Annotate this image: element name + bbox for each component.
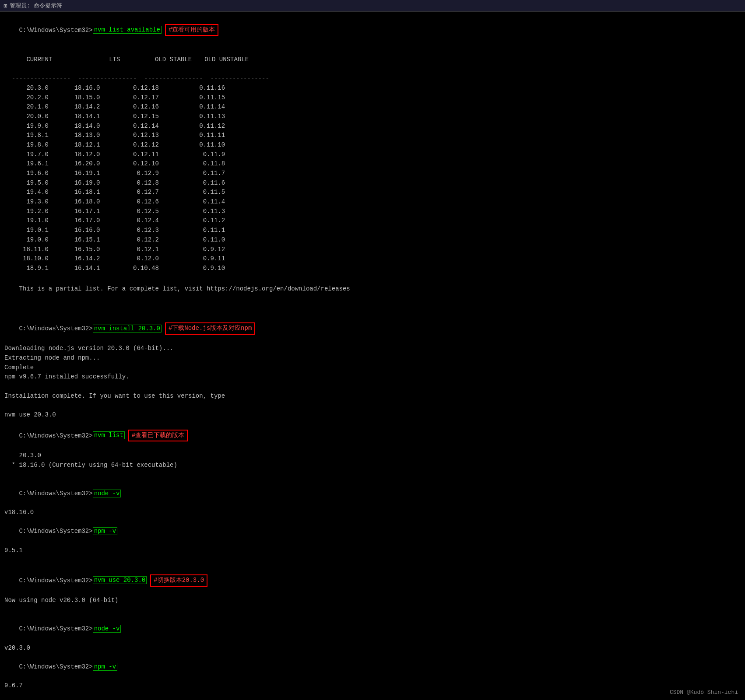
table-row: 20.0.0 18.14.1 0.12.15 0.11.13: [4, 112, 741, 122]
annotation-2: #下载Node.js版本及对应npm: [165, 322, 255, 335]
cmd-6: nvm use 20.3.0: [93, 576, 147, 584]
title-label: 管理员: 命令提示符: [10, 2, 62, 10]
col-header-old-stable: OLD STABLE: [133, 55, 190, 65]
terminal-body: C:\Windows\System32>nvm list available#查…: [0, 12, 745, 700]
table-divider: ---------------- ---------------- ------…: [4, 74, 741, 84]
annotation-3: #查看已下载的版本: [128, 430, 188, 442]
blank-4: [4, 470, 741, 480]
npm-version-2: 9.6.7: [4, 681, 741, 691]
blank-1: [4, 304, 741, 313]
cmd-line-1: C:\Windows\System32>nvm list available#查…: [4, 14, 741, 46]
blank-3: [4, 401, 741, 411]
table-row: 19.0.0 16.15.1 0.12.2 0.11.0: [4, 235, 741, 245]
cmd-line-2: C:\Windows\System32>nvm install 20.3.0#下…: [4, 313, 741, 344]
table-row: 19.4.0 16.18.1 0.12.7 0.11.5: [4, 188, 741, 197]
cmd-3: nvm list: [93, 431, 125, 439]
blank-2: [4, 382, 741, 392]
partial-list-note: This is a partial list. For a complete l…: [4, 275, 741, 304]
nvmlist-item-2: * 18.16.0 (Currently using 64-bit execut…: [4, 461, 741, 470]
cmd-line-3: C:\Windows\System32>nvm list#查看已下载的版本: [4, 420, 741, 451]
node-version-1: v18.16.0: [4, 508, 741, 518]
table-row: 19.3.0 16.18.0 0.12.6 0.11.4: [4, 197, 741, 207]
install-out-2: Extracting node and npm...: [4, 354, 741, 363]
cmd-2: nvm install 20.3.0: [93, 325, 162, 332]
node-version-2: v20.3.0: [4, 644, 741, 653]
blank-6: [4, 606, 741, 615]
install-out-4: npm v9.6.7 installed successfully.: [4, 372, 741, 382]
table-row: 19.5.0 16.19.0 0.12.8 0.11.6: [4, 178, 741, 188]
cmd-line-5: C:\Windows\System32>npm -v: [4, 518, 741, 546]
cmd-8: npm -v: [93, 663, 117, 671]
cmd-4: node -v: [93, 490, 121, 497]
npm-version-1: 9.5.1: [4, 546, 741, 556]
install-out-3: Complete: [4, 363, 741, 373]
col-header-current: CURRENT: [19, 55, 76, 65]
install-note-2: nvm use 20.3.0: [4, 410, 741, 420]
title-bar: ⊞ 管理员: 命令提示符: [0, 0, 745, 12]
blank-7: [4, 691, 741, 700]
install-note-1: Installation complete. If you want to us…: [4, 392, 741, 401]
cmd-line-6: C:\Windows\System32>nvm use 20.3.0#切换版本2…: [4, 565, 741, 596]
table-row: 20.3.0 18.16.0 0.12.18 0.11.16: [4, 84, 741, 93]
cmd-7: node -v: [93, 625, 121, 633]
table-row: 19.1.0 16.17.0 0.12.4 0.11.2: [4, 216, 741, 226]
nvmlist-item-1: 20.3.0: [4, 451, 741, 461]
table-row: 19.6.0 16.19.1 0.12.9 0.11.7: [4, 169, 741, 178]
table-row: 18.11.0 16.15.0 0.12.1 0.9.12: [4, 245, 741, 255]
footer-text: CSDN @Kudō Shin-ichi: [670, 689, 738, 696]
table-rows: 20.3.0 18.16.0 0.12.18 0.11.16 20.2.0 18…: [4, 84, 741, 273]
table-row: 19.8.0 18.12.1 0.12.12 0.11.10: [4, 140, 741, 150]
table-header: CURRENT LTS OLD STABLE OLD UNSTABLE: [4, 46, 741, 74]
table-row: 20.1.0 18.14.2 0.12.16 0.11.14: [4, 102, 741, 112]
annotation-1: #查看可用的版本: [165, 24, 218, 36]
switch-output: Now using node v20.3.0 (64-bit): [4, 596, 741, 606]
cmd-line-7: C:\Windows\System32>node -v: [4, 615, 741, 644]
prompt-1: C:\Windows\System32>: [19, 26, 93, 33]
annotation-6: #切换版本20.3.0: [150, 574, 207, 587]
col-header-old-unstable: OLD UNSTABLE: [190, 55, 247, 65]
cmd-line-4: C:\Windows\System32>node -v: [4, 480, 741, 508]
table-row: 19.9.0 18.14.0 0.12.14 0.11.12: [4, 122, 741, 131]
table-row: 19.2.0 16.17.1 0.12.5 0.11.3: [4, 207, 741, 217]
col-header-lts: LTS: [76, 55, 133, 65]
cmd-line-8: C:\Windows\System32>npm -v: [4, 653, 741, 681]
table-row: 19.0.1 16.16.0 0.12.3 0.11.1: [4, 226, 741, 235]
table-row: 18.9.1 16.14.1 0.10.48 0.9.10: [4, 264, 741, 273]
cmd-1: nvm list available: [93, 26, 162, 34]
cmd-5: npm -v: [93, 527, 117, 535]
table-row: 19.7.0 18.12.0 0.12.11 0.11.9: [4, 150, 741, 160]
install-out-1: Downloading node.js version 20.3.0 (64-b…: [4, 344, 741, 354]
table-row: 18.10.0 16.14.2 0.12.0 0.9.11: [4, 254, 741, 264]
table-row: 20.2.0 18.15.0 0.12.17 0.11.15: [4, 93, 741, 103]
table-row: 19.8.1 18.13.0 0.12.13 0.11.11: [4, 131, 741, 140]
blank-5: [4, 556, 741, 565]
table-row: 19.6.1 16.20.0 0.12.10 0.11.8: [4, 159, 741, 169]
cmd-icon: ⊞: [4, 2, 7, 10]
